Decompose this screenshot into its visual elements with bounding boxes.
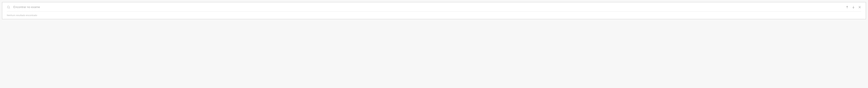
search-row	[7, 5, 861, 12]
svg-line-1	[9, 8, 10, 8]
search-icon	[7, 5, 10, 9]
no-results-text: Nenhum resultado encontrado	[7, 14, 861, 17]
prev-result-button[interactable]	[846, 6, 849, 9]
next-result-button[interactable]	[852, 6, 855, 9]
find-in-exam-panel: Nenhum resultado encontrado	[2, 2, 866, 19]
arrow-down-icon	[852, 6, 855, 9]
arrow-up-icon	[846, 6, 849, 9]
close-icon	[858, 6, 861, 9]
search-nav-controls	[846, 6, 861, 9]
search-input[interactable]	[13, 5, 842, 9]
close-search-button[interactable]	[858, 6, 861, 9]
